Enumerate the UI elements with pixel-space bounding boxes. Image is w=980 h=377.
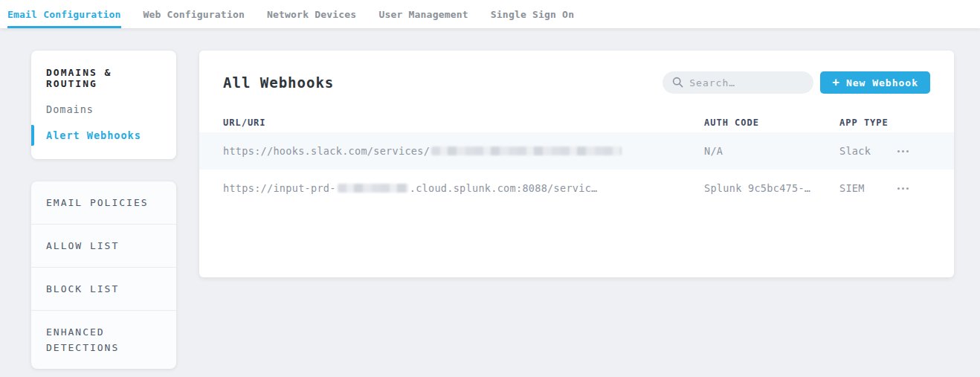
webhook-url: https://input-prd-.cloud.splunk.com:8088…: [223, 182, 704, 194]
sidebar-sections-card: EMAIL POLICIES ALLOW LIST BLOCK LIST ENH…: [31, 181, 176, 369]
column-header-app-type: APP TYPE: [839, 117, 897, 128]
domains-routing-heading: DOMAINS & ROUTING: [31, 67, 176, 89]
webhook-auth-code: Splunk 9c5bc475-…: [704, 182, 839, 194]
tab-email-configuration[interactable]: Email Configuration: [7, 0, 121, 28]
search-box: [663, 71, 813, 94]
webhook-url: https://hooks.slack.com/services/: [223, 145, 704, 157]
webhooks-panel: All Webhooks + New Webhook URL/URI AU: [199, 51, 954, 277]
redacted-url-segment: [338, 184, 408, 193]
tab-single-sign-on[interactable]: Single Sign On: [491, 0, 574, 28]
new-webhook-button-label: New Webhook: [846, 77, 918, 88]
sidebar-item-block-list[interactable]: BLOCK LIST: [31, 267, 176, 310]
search-input[interactable]: [663, 71, 813, 94]
plus-icon: +: [832, 77, 840, 88]
webhooks-table: URL/URI AUTH CODE APP TYPE https://hooks…: [199, 113, 954, 207]
webhook-app-type: SIEM: [839, 182, 897, 194]
header-controls: + New Webhook: [663, 71, 930, 94]
webhook-auth-code: N/A: [704, 145, 839, 157]
column-header-url: URL/URI: [223, 117, 704, 128]
sidebar-item-allow-list[interactable]: ALLOW LIST: [31, 224, 176, 267]
sidebar-item-enhanced-detections[interactable]: ENHANCED DETECTIONS: [31, 310, 176, 369]
tab-web-configuration[interactable]: Web Configuration: [144, 0, 245, 28]
tab-user-management[interactable]: User Management: [378, 0, 468, 28]
sidebar-item-email-policies[interactable]: EMAIL POLICIES: [31, 181, 176, 224]
sidebar-item-alert-webhooks[interactable]: Alert Webhooks: [31, 129, 176, 141]
page-content: DOMAINS & ROUTING Domains Alert Webhooks…: [0, 28, 980, 369]
row-actions-menu-icon[interactable]: [897, 150, 909, 152]
top-navigation-bar: Email Configuration Web Configuration Ne…: [0, 0, 980, 28]
table-row: https://hooks.slack.com/services/ N/A Sl…: [199, 132, 954, 170]
row-actions-menu-icon[interactable]: [897, 187, 909, 190]
sidebar-item-domains[interactable]: Domains: [31, 103, 176, 115]
column-header-auth-code: AUTH CODE: [704, 117, 839, 128]
domains-routing-card: DOMAINS & ROUTING Domains Alert Webhooks: [31, 51, 176, 159]
table-header-row: URL/URI AUTH CODE APP TYPE: [199, 113, 954, 132]
webhook-app-type: Slack: [839, 145, 897, 157]
table-row: https://input-prd-.cloud.splunk.com:8088…: [199, 170, 954, 207]
new-webhook-button[interactable]: + New Webhook: [820, 71, 930, 94]
search-icon: [672, 77, 683, 88]
page-title: All Webhooks: [223, 74, 334, 91]
panel-header: All Webhooks + New Webhook: [199, 51, 954, 94]
tab-network-devices[interactable]: Network Devices: [267, 0, 356, 28]
nav-tabs: Email Configuration Web Configuration Ne…: [7, 0, 574, 28]
sidebar: DOMAINS & ROUTING Domains Alert Webhooks…: [31, 51, 176, 369]
redacted-url-segment: [431, 146, 622, 155]
